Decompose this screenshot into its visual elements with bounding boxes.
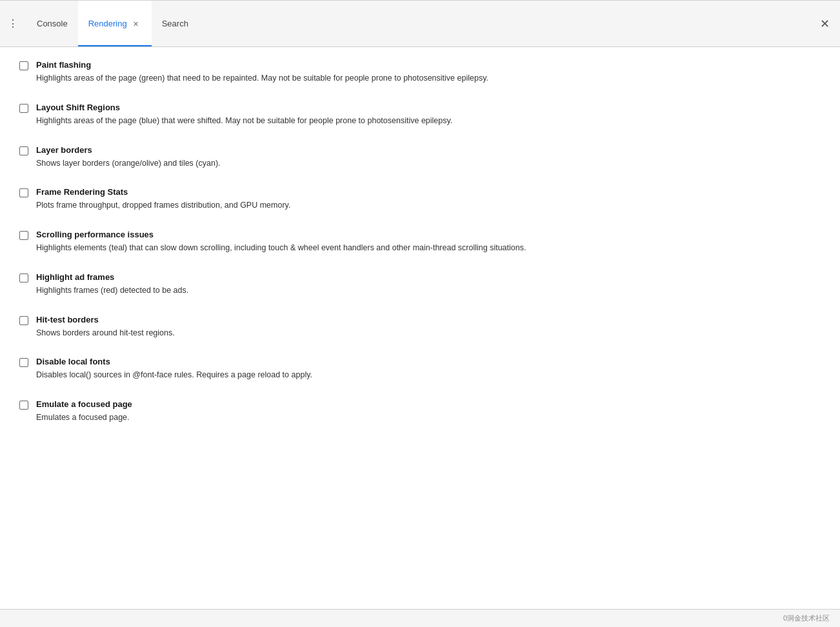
option-text-layer-borders: Layer bordersShows layer borders (orange… <box>36 145 821 170</box>
tab-search-label: Search <box>162 19 188 28</box>
tab-console-label: Console <box>37 19 68 28</box>
option-title-frame-rendering-stats: Frame Rendering Stats <box>36 187 821 197</box>
option-text-hit-test-borders: Hit-test bordersShows borders around hit… <box>36 315 821 339</box>
option-title-highlight-ad-frames: Highlight ad frames <box>36 272 821 282</box>
option-description-scrolling-performance: Highlights elements (teal) that can slow… <box>36 243 526 252</box>
option-title-disable-local-fonts: Disable local fonts <box>36 357 821 366</box>
option-item-disable-local-fonts: Disable local fontsDisables local() sour… <box>19 357 821 381</box>
option-title-layer-borders: Layer borders <box>36 145 821 155</box>
content-area: Paint flashingHighlights areas of the pa… <box>0 47 840 609</box>
option-text-disable-local-fonts: Disable local fontsDisables local() sour… <box>36 357 821 381</box>
option-text-frame-rendering-stats: Frame Rendering StatsPlots frame through… <box>36 187 821 212</box>
tab-bar: ⋮ Console Rendering × Search ✕ <box>0 1 840 47</box>
option-title-emulate-focused-page: Emulate a focused page <box>36 399 821 409</box>
checkbox-layout-shift-regions[interactable] <box>19 104 28 113</box>
checkbox-frame-rendering-stats[interactable] <box>19 188 28 197</box>
checkbox-hit-test-borders[interactable] <box>19 316 28 325</box>
close-panel-button[interactable]: ✕ <box>810 1 840 46</box>
option-item-highlight-ad-frames: Highlight ad framesHighlights frames (re… <box>19 272 821 297</box>
checkbox-highlight-ad-frames[interactable] <box>19 274 28 283</box>
option-description-paint-flashing: Highlights areas of the page (green) tha… <box>36 74 488 83</box>
option-title-layout-shift-regions: Layout Shift Regions <box>36 103 821 112</box>
checkbox-layer-borders[interactable] <box>19 146 28 155</box>
option-item-paint-flashing: Paint flashingHighlights areas of the pa… <box>19 60 821 85</box>
close-icon: ✕ <box>820 17 830 31</box>
option-description-hit-test-borders: Shows borders around hit-test regions. <box>36 328 175 337</box>
bottom-bar-text: 0洞金技术社区 <box>783 613 830 623</box>
option-text-layout-shift-regions: Layout Shift RegionsHighlights areas of … <box>36 103 821 127</box>
tab-search[interactable]: Search <box>152 1 199 46</box>
option-item-layout-shift-regions: Layout Shift RegionsHighlights areas of … <box>19 103 821 127</box>
checkbox-emulate-focused-page[interactable] <box>19 401 28 410</box>
option-description-frame-rendering-stats: Plots frame throughput, dropped frames d… <box>36 201 290 210</box>
checkbox-scrolling-performance[interactable] <box>19 231 28 240</box>
option-text-paint-flashing: Paint flashingHighlights areas of the pa… <box>36 60 821 85</box>
option-text-emulate-focused-page: Emulate a focused pageEmulates a focused… <box>36 399 821 424</box>
checkbox-paint-flashing[interactable] <box>19 61 28 70</box>
option-item-scrolling-performance: Scrolling performance issuesHighlights e… <box>19 230 821 254</box>
option-description-highlight-ad-frames: Highlights frames (red) detected to be a… <box>36 286 188 295</box>
devtools-panel: ⋮ Console Rendering × Search ✕ Paint fla… <box>0 0 840 627</box>
option-title-hit-test-borders: Hit-test borders <box>36 315 821 324</box>
dots-icon: ⋮ <box>8 17 19 30</box>
option-item-emulate-focused-page: Emulate a focused pageEmulates a focused… <box>19 399 821 424</box>
tab-rendering-label: Rendering <box>88 19 127 28</box>
option-item-layer-borders: Layer bordersShows layer borders (orange… <box>19 145 821 170</box>
bottom-bar: 0洞金技术社区 <box>0 609 840 627</box>
option-item-hit-test-borders: Hit-test bordersShows borders around hit… <box>19 315 821 339</box>
tab-bar-dots-button[interactable]: ⋮ <box>0 1 26 46</box>
tab-console[interactable]: Console <box>26 1 78 46</box>
option-description-layer-borders: Shows layer borders (orange/olive) and t… <box>36 159 221 168</box>
option-item-frame-rendering-stats: Frame Rendering StatsPlots frame through… <box>19 187 821 212</box>
option-title-scrolling-performance: Scrolling performance issues <box>36 230 821 239</box>
tab-rendering[interactable]: Rendering × <box>78 1 152 46</box>
option-text-highlight-ad-frames: Highlight ad framesHighlights frames (re… <box>36 272 821 297</box>
option-description-disable-local-fonts: Disables local() sources in @font-face r… <box>36 370 312 379</box>
option-description-emulate-focused-page: Emulates a focused page. <box>36 413 130 422</box>
option-text-scrolling-performance: Scrolling performance issuesHighlights e… <box>36 230 821 254</box>
checkbox-disable-local-fonts[interactable] <box>19 358 28 367</box>
option-description-layout-shift-regions: Highlights areas of the page (blue) that… <box>36 116 452 125</box>
tab-rendering-close-button[interactable]: × <box>131 19 141 29</box>
option-title-paint-flashing: Paint flashing <box>36 60 821 70</box>
